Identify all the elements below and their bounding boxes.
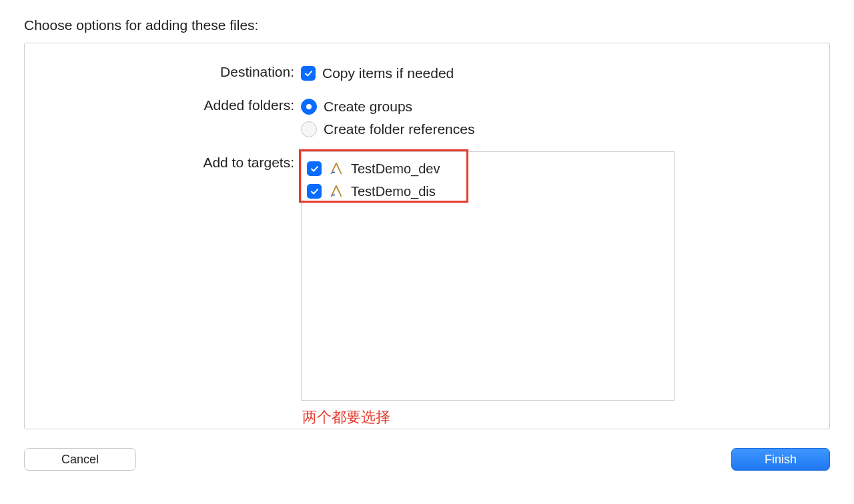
target-checkbox[interactable]: [307, 161, 322, 176]
checkmark-icon: [310, 164, 320, 174]
added-folders-label: Added folders:: [25, 95, 294, 141]
add-to-targets-label: Add to targets:: [25, 151, 294, 427]
dialog-title: Choose options for adding these files:: [24, 17, 830, 33]
targets-list[interactable]: TestDemo_dev: [301, 151, 675, 401]
checkmark-icon: [304, 69, 314, 79]
create-folder-refs-radio[interactable]: [301, 121, 317, 137]
options-panel: Destination: Copy items if needed Added …: [24, 43, 830, 429]
target-item[interactable]: TestDemo_dev: [302, 157, 674, 180]
destination-label: Destination:: [25, 62, 294, 85]
copy-items-checkbox[interactable]: [301, 66, 316, 81]
annotation-text: 两个都要选择: [301, 407, 390, 427]
target-checkbox[interactable]: [307, 184, 322, 199]
checkmark-icon: [310, 187, 320, 197]
cancel-button[interactable]: Cancel: [24, 448, 136, 471]
appstore-icon: [328, 161, 344, 177]
create-groups-radio[interactable]: [301, 99, 317, 115]
create-groups-label: Create groups: [324, 97, 412, 117]
create-folder-refs-label: Create folder references: [324, 119, 474, 139]
copy-items-label: Copy items if needed: [322, 63, 454, 83]
finish-button[interactable]: Finish: [731, 448, 830, 471]
add-files-dialog: Choose options for adding these files: D…: [0, 0, 854, 489]
appstore-icon: [328, 183, 344, 199]
dialog-button-bar: Cancel Finish: [24, 429, 830, 471]
target-item[interactable]: TestDemo_dis: [302, 180, 674, 203]
target-name: TestDemo_dis: [351, 181, 436, 201]
target-name: TestDemo_dev: [351, 159, 440, 179]
